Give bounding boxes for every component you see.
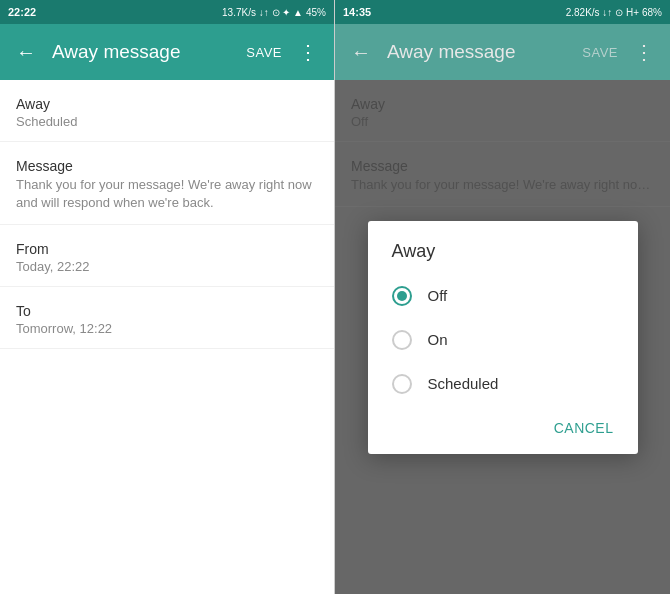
radio-on[interactable] xyxy=(392,330,412,350)
dialog-overlay: Away Off On Scheduled CANCE xyxy=(335,80,670,594)
dialog-actions: CANCEL xyxy=(368,406,638,454)
save-button-left[interactable]: SAVE xyxy=(246,45,282,60)
option-on-label: On xyxy=(428,331,448,348)
option-off-label: Off xyxy=(428,287,448,304)
to-value: Tomorrow, 12:22 xyxy=(16,321,318,336)
cancel-button[interactable]: CANCEL xyxy=(546,414,622,442)
battery-right: 68% xyxy=(642,7,662,18)
more-options-icon-left[interactable]: ⋮ xyxy=(298,40,318,64)
to-item[interactable]: To Tomorrow, 12:22 xyxy=(0,287,334,349)
back-button-left[interactable]: ← xyxy=(16,41,36,64)
status-icons-right: 2.82K/s ↓↑ ⊙ H+ 68% xyxy=(566,7,662,18)
to-label: To xyxy=(16,303,318,319)
dialog-option-on[interactable]: On xyxy=(368,318,638,362)
time-right: 14:35 xyxy=(343,6,371,18)
more-options-icon-right: ⋮ xyxy=(634,40,654,64)
page-title-left: Away message xyxy=(52,41,230,63)
save-button-right: SAVE xyxy=(582,45,618,60)
content-right: Away Off Message Thank you for your mess… xyxy=(335,80,670,594)
dialog-title: Away xyxy=(368,221,638,274)
message-item[interactable]: Message Thank you for your message! We'r… xyxy=(0,142,334,225)
network-speed-right: 2.82K/s ↓↑ ⊙ H+ xyxy=(566,7,639,18)
network-speed-left: 13.7K/s ↓↑ ⊙ ✦ ▲ xyxy=(222,7,303,18)
back-button-right: ← xyxy=(351,41,371,64)
content-left: Away Scheduled Message Thank you for you… xyxy=(0,80,334,594)
right-panel: 14:35 2.82K/s ↓↑ ⊙ H+ 68% ← Away message… xyxy=(335,0,670,594)
from-item[interactable]: From Today, 22:22 xyxy=(0,225,334,287)
radio-scheduled[interactable] xyxy=(392,374,412,394)
message-value: Thank you for your message! We're away r… xyxy=(16,176,318,212)
radio-off[interactable] xyxy=(392,286,412,306)
message-label: Message xyxy=(16,158,318,174)
dialog-option-scheduled[interactable]: Scheduled xyxy=(368,362,638,406)
time-left: 22:22 xyxy=(8,6,36,18)
from-value: Today, 22:22 xyxy=(16,259,318,274)
page-title-right: Away message xyxy=(387,41,566,63)
battery-left: 45% xyxy=(306,7,326,18)
status-icons-left: 13.7K/s ↓↑ ⊙ ✦ ▲ 45% xyxy=(222,7,326,18)
away-item[interactable]: Away Scheduled xyxy=(0,80,334,142)
away-label: Away xyxy=(16,96,318,112)
from-label: From xyxy=(16,241,318,257)
left-panel: 22:22 13.7K/s ↓↑ ⊙ ✦ ▲ 45% ← Away messag… xyxy=(0,0,334,594)
toolbar-left: ← Away message SAVE ⋮ xyxy=(0,24,334,80)
status-bar-left: 22:22 13.7K/s ↓↑ ⊙ ✦ ▲ 45% xyxy=(0,0,334,24)
status-bar-right: 14:35 2.82K/s ↓↑ ⊙ H+ 68% xyxy=(335,0,670,24)
toolbar-right: ← Away message SAVE ⋮ xyxy=(335,24,670,80)
option-scheduled-label: Scheduled xyxy=(428,375,499,392)
dialog-option-off[interactable]: Off xyxy=(368,274,638,318)
away-dialog: Away Off On Scheduled CANCE xyxy=(368,221,638,454)
away-value: Scheduled xyxy=(16,114,318,129)
